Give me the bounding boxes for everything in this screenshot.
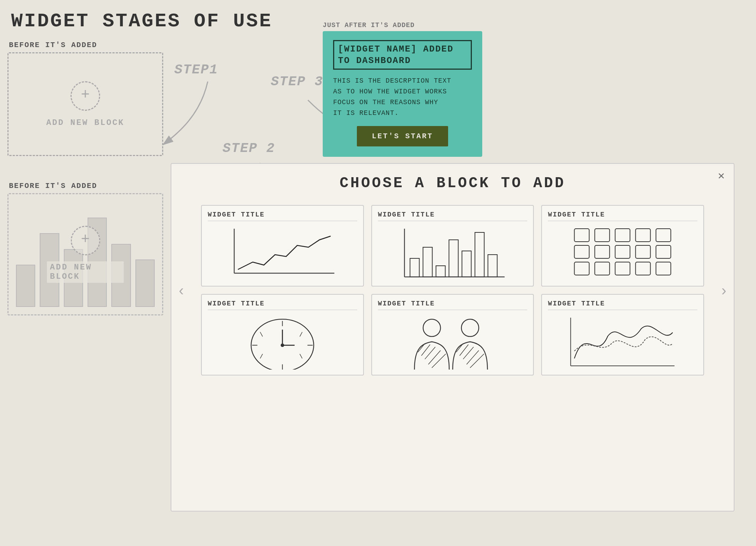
widget-card-title-6: WIDGET TITLE [548,300,697,310]
before-empty-label: BEFORE IT'S ADDED [9,41,163,49]
choose-block-modal: × CHOOSE A BLOCK TO ADD ‹ WIDGET TITLE W… [171,163,734,512]
clock-drawing [208,314,357,370]
widget-card-clock[interactable]: WIDGET TITLE [201,294,364,375]
modal-next-button[interactable]: › [722,282,726,299]
svg-line-44 [432,354,446,368]
add-circle-chart: + [70,226,100,255]
svg-rect-22 [575,262,589,275]
svg-point-34 [281,344,284,347]
svg-rect-25 [636,262,651,275]
lets-start-button[interactable]: LET'S START [357,126,448,146]
page-title: WIDGET STAGES OF USE [11,10,272,32]
teal-notification-card: [WIDGET NAME] ADDED TO DASHBOARD THIS IS… [323,31,482,157]
step2-label: STEP 2 [223,141,275,156]
svg-rect-21 [656,245,671,258]
svg-rect-5 [410,258,419,277]
bar-chart-drawing [378,225,527,281]
svg-rect-23 [595,262,610,275]
svg-line-49 [466,350,479,364]
svg-line-36 [300,332,302,337]
plus-icon-empty: + [81,88,90,103]
svg-line-43 [428,350,440,364]
svg-line-46 [456,344,463,352]
svg-rect-26 [656,262,671,275]
before-empty-section: BEFORE IT'S ADDED + ADD NEW BLOCK [7,41,163,163]
svg-rect-12 [575,229,589,242]
svg-rect-24 [615,262,630,275]
svg-line-50 [470,354,484,368]
widget-card-title-4: WIDGET TITLE [208,300,357,310]
before-chart-section: BEFORE IT'S ADDED + ADD NEW BLOCK [7,182,163,322]
svg-rect-11 [488,255,497,277]
chart-overlay: + ADD NEW BLOCK [47,226,124,283]
svg-rect-9 [462,251,471,277]
svg-rect-20 [636,245,651,258]
svg-rect-6 [423,247,432,277]
svg-rect-8 [449,240,458,277]
bar-1 [16,265,35,307]
widget-card-line-chart[interactable]: WIDGET TITLE [201,205,364,287]
teal-card-title: [WIDGET NAME] ADDED TO DASHBOARD [333,40,472,70]
squiggle-drawing [548,314,697,370]
widget-card-bar-chart[interactable]: WIDGET TITLE [371,205,534,287]
svg-line-35 [260,332,263,337]
grid-icons-drawing [548,225,697,281]
plus-icon-chart: + [81,232,90,247]
step3-label: STEP 3 [271,74,323,89]
modal-close-button[interactable]: × [718,170,725,183]
svg-rect-10 [475,232,484,277]
svg-rect-15 [636,229,651,242]
svg-rect-16 [656,229,671,242]
widget-card-title-5: WIDGET TITLE [378,300,527,310]
svg-point-39 [423,319,440,337]
bar-6 [135,259,155,307]
svg-line-37 [260,354,263,358]
svg-rect-19 [615,245,630,258]
svg-line-40 [418,344,425,352]
widget-card-people[interactable]: WIDGET TITLE [371,294,534,375]
widget-card-title-1: WIDGET TITLE [208,211,357,221]
chart-block-area[interactable]: + ADD NEW BLOCK [7,193,163,315]
add-new-block-label-chart: ADD NEW BLOCK [47,261,124,283]
people-drawing [378,314,527,370]
svg-rect-17 [575,245,589,258]
svg-rect-7 [436,266,445,277]
modal-title: CHOOSE A BLOCK TO ADD [186,175,719,192]
widget-card-title-3: WIDGET TITLE [548,211,697,221]
after-added-section: JUST AFTER IT'S ADDED [WIDGET NAME] ADDE… [323,21,482,157]
svg-rect-18 [595,245,610,258]
step1-label: STEP1 [174,62,218,77]
after-added-label: JUST AFTER IT'S ADDED [323,21,482,29]
widget-card-title-2: WIDGET TITLE [378,211,527,221]
empty-block-area[interactable]: + ADD NEW BLOCK [7,52,163,156]
svg-point-45 [461,319,479,337]
add-circle-empty: + [70,81,100,111]
line-chart-drawing [208,225,357,281]
before-chart-label: BEFORE IT'S ADDED [9,182,163,190]
add-new-block-label-empty: ADD NEW BLOCK [46,118,125,128]
widget-grid: WIDGET TITLE WIDGET TITLE [186,205,719,375]
widget-card-grid-icons[interactable]: WIDGET TITLE [541,205,704,287]
widget-card-squiggle[interactable]: WIDGET TITLE [541,294,704,375]
svg-line-38 [300,354,302,358]
svg-rect-14 [615,229,630,242]
modal-prev-button[interactable]: ‹ [179,282,184,299]
teal-card-description: THIS IS THE DESCRPTION TEXT AS TO HOW TH… [333,76,472,118]
svg-rect-13 [595,229,610,242]
